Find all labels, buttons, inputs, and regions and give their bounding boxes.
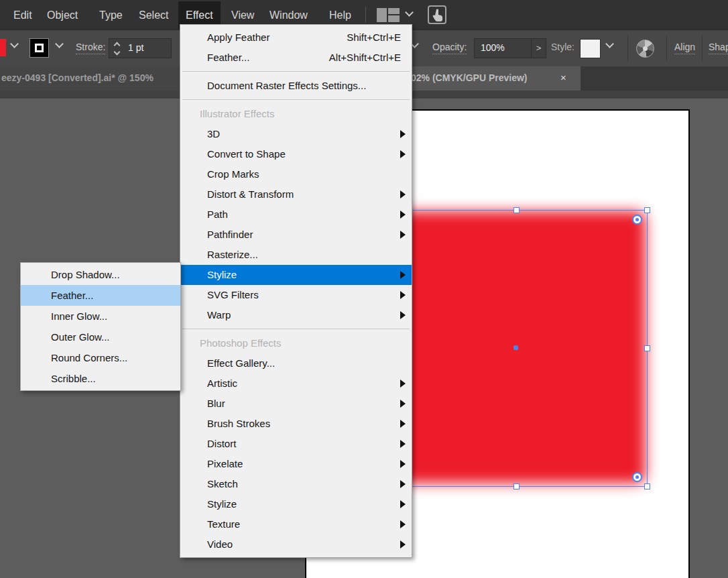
menu-item-label: Path [207,209,228,220]
hand-pointer-icon [432,9,444,22]
selection-handle-bottom-right[interactable] [644,483,650,489]
menu-item-shortcut: Alt+Shift+Ctrl+E [329,48,401,68]
submenu-arrow-icon [400,231,406,239]
opacity-value: 100% [481,42,505,53]
menu-item-shortcut: Shift+Ctrl+E [347,27,401,48]
menu-item-label: Artistic [207,378,237,389]
menu-item-label: Apply Feather [207,32,269,43]
stroke-weight-value: 1 pt [128,42,143,53]
submenu-arrow-icon [400,271,406,279]
submenu-arrow-icon [400,480,406,488]
toolbar-divider [627,36,628,61]
menu-item-label: Warp [207,309,231,321]
submenu-item-round-corners[interactable]: Round Corners... [21,347,180,368]
menu-item-label: Texture [207,518,240,530]
close-tab-icon[interactable]: × [560,72,566,83]
menu-item-effect-gallery[interactable]: Effect Gallery... [180,353,412,373]
submenu-item-drop-shadow[interactable]: Drop Shadow... [21,264,180,285]
toolbar-divider [666,36,667,61]
menubar-item-edit[interactable]: Edit [13,1,32,30]
stroke-chevron-icon[interactable] [55,40,64,48]
menu-item-pathfinder[interactable]: Pathfinder [180,225,412,245]
menu-item-sketch[interactable]: Sketch [180,474,412,494]
stroke-label[interactable]: Stroke: [76,42,105,54]
menu-item-label: Blur [207,398,225,409]
chevron-down-icon[interactable] [405,8,414,17]
menubar-item-type[interactable]: Type [99,1,123,30]
menu-item-path[interactable]: Path [180,205,412,225]
menu-section-header-illustrator-effects: Illustrator Effects [180,104,412,124]
menu-item-convert-to-shape[interactable]: Convert to Shape [180,144,412,164]
selection-handle-top-center[interactable] [513,207,520,213]
menu-item-label: 3D [207,128,220,139]
menu-separator [182,71,410,72]
live-corner-widget-top-right[interactable] [632,215,642,225]
submenu-arrow-icon [400,311,406,319]
menu-item-artistic[interactable]: Artistic [180,373,412,394]
menu-item-label: Distort & Transform [207,188,294,200]
menu-item-texture[interactable]: Texture [180,514,412,534]
menu-item-stylize[interactable]: Stylize [180,494,412,514]
opacity-label[interactable]: Opacity: [432,42,467,54]
menu-item-video[interactable]: Video [180,534,412,555]
stroke-weight-field[interactable]: 1 pt [109,38,172,58]
menu-item-distort[interactable]: Distort [180,434,412,454]
submenu-arrow-icon [400,500,406,508]
selection-handle-right-center[interactable] [644,345,650,351]
menu-item-label: Sketch [207,478,238,489]
menu-item-distort-transform[interactable]: Distort & Transform [180,184,412,205]
fill-chevron-icon[interactable] [10,40,19,48]
align-button[interactable]: Align [674,42,695,54]
document-tab-title: eezy-0493 [Converted].ai* @ 150% [1,72,154,83]
submenu-arrow-icon [400,440,406,448]
recolor-artwork-icon[interactable] [636,40,654,58]
effect-menu: Apply FeatherShift+Ctrl+EFeather...Alt+S… [180,24,412,558]
stroke-color-swatch[interactable] [29,38,49,58]
submenu-item-outer-glow[interactable]: Outer Glow... [21,327,180,347]
menu-item-svg-filters[interactable]: SVG Filters [180,285,412,305]
submenu-item-scribble[interactable]: Scribble... [21,368,180,389]
submenu-arrow-icon [400,520,406,528]
menu-item-label: Document Raster Effects Settings... [207,80,366,91]
submenu-item-inner-glow[interactable]: Inner Glow... [21,306,180,327]
selection-handle-top-right[interactable] [644,207,650,213]
menu-item-3d[interactable]: 3D [180,124,412,144]
menubar-item-object[interactable]: Object [47,1,78,30]
fill-color-swatch[interactable] [0,39,6,56]
menu-item-label: Pathfinder [207,229,253,240]
graphic-style-swatch[interactable] [580,39,601,58]
menu-item-label: Pixelate [207,458,243,469]
menu-item-label: Crop Marks [207,168,259,180]
menu-item-stylize[interactable]: Stylize [180,265,412,285]
menu-item-crop-marks[interactable]: Crop Marks [180,164,412,184]
stylize-submenu: Drop Shadow...Feather...Inner Glow...Out… [20,262,181,391]
menu-item-blur[interactable]: Blur [180,394,412,414]
menu-item-apply-feather[interactable]: Apply FeatherShift+Ctrl+E [180,27,412,48]
menu-item-pixelate[interactable]: Pixelate [180,454,412,474]
selection-handle-bottom-center[interactable] [513,483,520,489]
menu-item-feather[interactable]: Feather...Alt+Shift+Ctrl+E [180,48,412,68]
submenu-item-feather[interactable]: Feather... [21,285,180,306]
menu-item-document-raster-effects-settings[interactable]: Document Raster Effects Settings... [180,76,412,96]
menu-item-label: Convert to Shape [207,148,286,160]
submenu-arrow-icon [400,190,406,198]
menubar-item-select[interactable]: Select [139,1,168,30]
menu-separator [182,99,410,100]
menu-item-label: Brush Strokes [207,418,270,429]
opacity-field[interactable]: 100% > [474,38,546,58]
style-chevron-icon[interactable] [605,40,614,48]
menu-item-rasterize[interactable]: Rasterize... [180,245,412,265]
menu-item-label: Video [207,538,233,550]
menu-item-brush-strokes[interactable]: Brush Strokes [180,414,412,434]
menu-item-label: Stylize [207,498,237,510]
menu-item-label: Effect Gallery... [207,357,275,369]
shape-button[interactable]: Shap [709,42,728,54]
menu-item-warp[interactable]: Warp [180,305,412,325]
touch-workspace-icon[interactable] [428,5,446,24]
submenu-arrow-icon [400,211,406,219]
stroke-stepper[interactable] [114,41,122,57]
live-corner-widget-bottom-right[interactable] [632,472,642,482]
opacity-dropdown-icon[interactable]: > [531,39,546,58]
style-label: Style: [551,42,574,52]
document-arrangement-icon[interactable] [377,8,401,22]
